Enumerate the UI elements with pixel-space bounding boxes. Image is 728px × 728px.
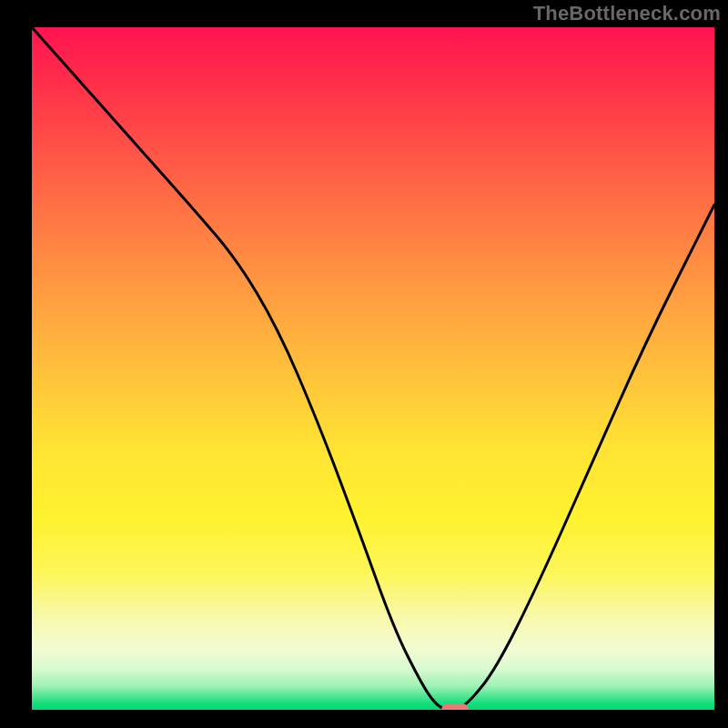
optimal-point-marker <box>441 703 469 710</box>
watermark-text: TheBottleneck.com <box>533 2 721 25</box>
curve-path <box>32 27 714 710</box>
bottleneck-curve <box>32 27 714 710</box>
plot-area <box>32 27 714 710</box>
chart-frame: TheBottleneck.com <box>0 0 728 728</box>
